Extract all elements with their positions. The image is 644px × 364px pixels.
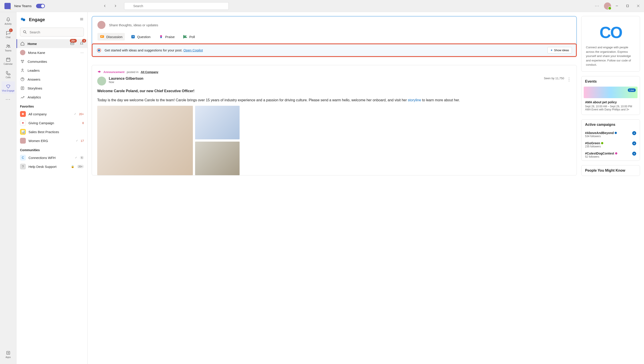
event-title[interactable]: AMA about pet policy (585, 100, 636, 104)
composer-tab-poll[interactable]: Poll (180, 33, 197, 41)
svg-rect-1 (627, 5, 629, 7)
right-rail: CO Connect and engage with people across… (581, 16, 640, 360)
svg-point-7 (23, 19, 25, 21)
composer-tab-discussion[interactable]: Discussion (98, 33, 125, 41)
copilot-suggestion-bar: Get started with ideas and suggestions f… (92, 44, 577, 57)
svg-point-10 (21, 60, 22, 61)
community-connections-wfh[interactable]: C Connections WFH ✓ 6 (16, 153, 88, 162)
campaign-item[interactable]: #AboveAndBeyond 534 followers + (582, 130, 640, 140)
company-card: CO Connect and engage with people across… (581, 16, 640, 72)
phone-icon (6, 70, 11, 76)
post-more-button[interactable]: ⋮ (567, 77, 571, 82)
add-campaign-button[interactable]: + (632, 141, 636, 145)
post-image[interactable] (97, 106, 193, 175)
discussion-icon (100, 34, 104, 39)
post-image[interactable] (195, 142, 240, 175)
maximize-button[interactable] (626, 4, 629, 8)
profile-avatar[interactable] (604, 3, 611, 10)
engage-sidebar: Engage Home 20+ 3 Mona Kane ··· Communit… (16, 12, 88, 364)
post-community-link[interactable]: All Company (140, 70, 158, 74)
verified-icon: ✓ (74, 112, 76, 116)
sparkle-icon: ✦ (550, 49, 553, 52)
community-help-desk[interactable]: ? Help Desk Support 🔒 20+ (16, 162, 88, 171)
verified-icon (615, 152, 617, 155)
close-button[interactable] (637, 4, 640, 8)
people-icon (6, 44, 11, 49)
sidebar-analytics[interactable]: Analytics (16, 93, 88, 102)
answers-icon (20, 77, 25, 82)
author-name[interactable]: Laurence Gilbertson (109, 77, 541, 81)
engage-title: Engage (29, 17, 77, 22)
more-button[interactable]: ··· (595, 4, 600, 8)
campaign-item[interactable]: #CutestDogContest 52 followers + (582, 150, 640, 161)
sidebar-answers[interactable]: Answers (16, 75, 88, 84)
home-icon (20, 41, 25, 46)
sidebar-leaders[interactable]: Leaders (16, 66, 88, 75)
campaigns-card: Active campaigns #AboveAndBeyond 534 fol… (581, 119, 640, 161)
rail-teams[interactable]: Teams (2, 42, 15, 54)
rail-activity[interactable]: Activity (2, 15, 15, 27)
svg-point-13 (22, 69, 23, 70)
post-body: Today is the day we welcome Carole to th… (92, 94, 576, 106)
campaign-item[interactable]: #GoGreen 235 followers + (582, 140, 640, 150)
composer-input[interactable]: Share thoughts, ideas or updates (92, 19, 576, 33)
composer-tab-question[interactable]: ? Question (128, 33, 153, 41)
titlebar: New Teams ··· (0, 0, 644, 12)
new-teams-toggle[interactable] (36, 4, 45, 8)
favorite-giving-campaign[interactable]: ♥ Giving Campaign 8 (16, 118, 88, 127)
svg-rect-9 (71, 42, 74, 45)
add-campaign-button[interactable]: + (632, 131, 636, 135)
user-avatar-icon (20, 50, 25, 55)
live-badge: Live (628, 88, 636, 92)
bell-icon (6, 17, 11, 22)
minimize-button[interactable] (616, 4, 618, 8)
rail-more-button[interactable]: ··· (6, 97, 11, 102)
author-avatar[interactable] (97, 77, 106, 86)
copilot-icon (96, 48, 102, 53)
company-logo-icon: CO (585, 20, 636, 45)
nav-forward-button[interactable] (114, 4, 118, 8)
favorite-all-company[interactable]: ✱ All company ✓ 20+ (16, 110, 88, 118)
sidebar-communities[interactable]: Communities (16, 57, 88, 66)
question-icon: ? (130, 34, 136, 39)
add-campaign-button[interactable]: + (632, 152, 636, 156)
post-card: Announcement posted in All Company Laure… (92, 65, 577, 175)
sidebar-user[interactable]: Mona Kane ··· (16, 48, 88, 57)
sidebar-storylines[interactable]: Storylines (16, 84, 88, 93)
composer-avatar-icon (98, 21, 106, 29)
open-copilot-link[interactable]: Open Copilot (183, 48, 203, 52)
community-icon: 📊 (20, 129, 26, 135)
nav-back-button[interactable] (103, 4, 107, 8)
show-ideas-button[interactable]: ✦ Show ideas (548, 47, 572, 54)
favorite-women-erg[interactable]: Women ERG ✓ 17 (16, 136, 88, 145)
calendar-icon (6, 57, 11, 62)
user-more-icon[interactable]: ··· (80, 51, 84, 54)
storyline-link[interactable]: storyline (408, 98, 421, 102)
leaders-icon (20, 68, 25, 73)
rail-chat[interactable]: 1 Chat (2, 28, 15, 41)
global-search-input[interactable] (124, 2, 229, 10)
notifications-icon[interactable]: 3 (80, 41, 84, 46)
event-banner[interactable]: Live (584, 87, 638, 98)
hamburger-icon[interactable] (80, 17, 84, 22)
rail-apps[interactable]: Apps (2, 348, 15, 360)
verified-icon (601, 142, 603, 144)
rail-viva-engage[interactable]: Viva Engage (2, 82, 15, 94)
engage-search-input[interactable] (20, 28, 84, 37)
rail-calendar[interactable]: Calendar (2, 55, 15, 67)
rail-calls[interactable]: Calls (2, 68, 15, 81)
community-icon (20, 138, 26, 144)
post-composer: Share thoughts, ideas or updates Discuss… (92, 16, 577, 57)
svg-point-3 (8, 45, 10, 46)
post-image[interactable] (195, 106, 240, 139)
inbox-icon[interactable]: 20+ (70, 41, 74, 46)
main-content: Share thoughts, ideas or updates Discuss… (88, 12, 644, 364)
apps-icon (6, 350, 11, 355)
composer-tab-praise[interactable]: Praise (156, 33, 177, 41)
post-seen-count: Seen by 11,750 (544, 77, 564, 80)
events-card: Events Live AMA about pet policy Sept 28… (581, 76, 640, 115)
svg-point-2 (7, 45, 8, 46)
favorite-sales-best-practices[interactable]: 📊 Sales Best Practices (16, 127, 88, 136)
sidebar-home[interactable]: Home 20+ 3 (16, 39, 88, 48)
svg-text:?: ? (132, 35, 134, 39)
